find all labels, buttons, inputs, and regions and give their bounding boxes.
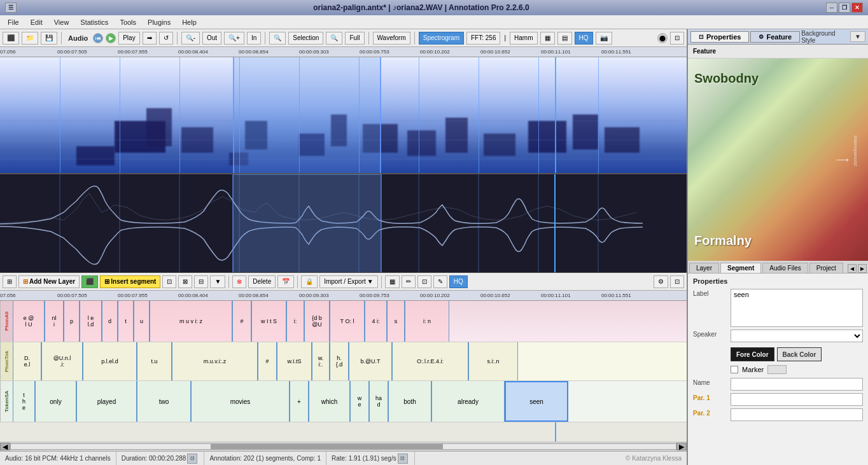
scroll-thumb[interactable] (211, 444, 444, 449)
btn-fit[interactable]: ⊡ (670, 32, 684, 45)
seg-pa-0[interactable]: e @l U (13, 301, 45, 342)
seg-pt-4[interactable]: m.u.v.i:.z (172, 342, 258, 380)
anno-icon[interactable]: ⊞ (3, 275, 17, 288)
seg-ts-5[interactable]: + (290, 381, 309, 422)
seg-pt-9[interactable]: b.@U.T (349, 342, 392, 380)
bg-style-dropdown[interactable]: ▼ (850, 31, 865, 42)
tab-feature[interactable]: ⚙ Feature (750, 31, 800, 43)
btn-refresh[interactable]: ↺ (159, 32, 173, 45)
seg-pa-7[interactable]: m u v i: z (150, 301, 232, 342)
seg-pa-14[interactable]: s (387, 301, 405, 342)
toolbar-save[interactable]: 💾 (41, 32, 57, 45)
anno-delete-icon[interactable]: ⊗ (232, 275, 246, 288)
seg-pt-5[interactable]: # (258, 342, 277, 380)
scroll-right-btn[interactable]: ▶ (676, 443, 687, 450)
seg-ts-11-seen[interactable]: seen (505, 381, 568, 422)
btn-zoom-out[interactable]: 🔍- (181, 32, 200, 45)
btn-bar2[interactable]: ▤ (557, 32, 572, 45)
btn-play[interactable]: ▶ (106, 33, 116, 43)
btn-selection[interactable]: Selection (288, 32, 323, 45)
duration-icon[interactable]: ⊡ (187, 454, 197, 464)
anno-green-btn[interactable]: ⬛ (81, 275, 98, 288)
tab-segment[interactable]: Segment (720, 263, 761, 273)
menu-file[interactable]: File (3, 17, 24, 27)
scroll-track[interactable] (10, 443, 676, 450)
back-color-btn[interactable]: Back Color (777, 347, 822, 361)
btn-full[interactable]: Full (345, 32, 364, 45)
marker-box[interactable] (767, 365, 787, 374)
menu-help[interactable]: Help (177, 17, 202, 27)
close-btn[interactable]: ✕ (851, 3, 863, 13)
seg-ts-7[interactable]: we (350, 381, 369, 422)
waveform-area[interactable] (0, 174, 687, 273)
seg-pa-2[interactable]: p (64, 301, 80, 342)
seg-ts-10[interactable]: already (431, 381, 505, 422)
seg-pt-3[interactable]: t.u (137, 342, 172, 380)
btn-zoom-select[interactable]: 🔍 (269, 32, 286, 45)
seg-pa-6[interactable]: u (134, 301, 150, 342)
anno-import[interactable]: Import / Export ▼ (319, 275, 377, 288)
menu-tools[interactable]: Tools (115, 17, 141, 27)
btn-waveform[interactable]: Waveform (373, 32, 410, 45)
toolbar-open[interactable]: 📁 (22, 32, 38, 45)
tab-audio-files[interactable]: Audio Files (762, 263, 808, 273)
btn-in[interactable]: In (247, 32, 261, 45)
menu-plugins[interactable]: Plugins (143, 17, 176, 27)
seg-pa-4[interactable]: d (102, 301, 118, 342)
seg-pa-11[interactable]: {d b@U (304, 301, 330, 342)
spectrogram-canvas[interactable] (0, 57, 687, 174)
restore-btn[interactable]: ❐ (839, 3, 850, 13)
speaker-select[interactable] (731, 330, 863, 342)
name-input[interactable] (731, 378, 863, 391)
seg-pa-3[interactable]: l el.d (80, 301, 102, 342)
anno-btn1[interactable]: ⊡ (162, 275, 176, 288)
seg-pt-0[interactable]: D.e.l (13, 342, 41, 380)
seg-ts-8[interactable]: had (369, 381, 388, 422)
anno-hq[interactable]: HQ (449, 275, 468, 288)
anno-lock[interactable]: 🔒 (301, 275, 318, 288)
anno-fit[interactable]: ⊡ (670, 275, 684, 288)
btn-arrow[interactable]: ➡ (143, 32, 157, 45)
anno-screen[interactable]: ⊡ (417, 275, 431, 288)
tab-project[interactable]: Project (809, 263, 843, 273)
seg-pa-5[interactable]: t (118, 301, 134, 342)
btn-spectrogram[interactable]: Spectrogram (419, 32, 464, 45)
anno-edit2[interactable]: ✎ (433, 275, 447, 288)
btn-bar1[interactable]: ▦ (540, 32, 555, 45)
seg-ts-9[interactable]: both (388, 381, 431, 422)
seg-pa-1[interactable]: nli (45, 301, 64, 342)
feature-chart[interactable]: Swobodny ⟶ Intensywność Formalny (688, 59, 868, 261)
btn-window[interactable]: Hamm (510, 32, 537, 45)
seg-pa-10[interactable]: i: (286, 301, 304, 342)
tab-next-btn[interactable]: ▶ (858, 264, 867, 273)
scroll-left-btn[interactable]: ◀ (0, 443, 10, 450)
btn-play-label[interactable]: Play (118, 32, 139, 45)
seg-ts-2[interactable]: played (76, 381, 137, 422)
seg-pt-7[interactable]: w.i:. (312, 342, 330, 380)
btn-camera[interactable]: 📷 (596, 32, 612, 45)
anno-calendar[interactable]: 📅 (277, 275, 294, 288)
seg-pt-1[interactable]: @U.n.l.i: (41, 342, 83, 380)
seg-ts-4[interactable]: movies (191, 381, 290, 422)
btn-zoom-in[interactable]: 🔍+ (224, 32, 244, 45)
anno-pencil[interactable]: ✏ (402, 275, 416, 288)
seg-pa-15[interactable]: i: n (405, 301, 449, 342)
anno-btn2[interactable]: ⊠ (178, 275, 192, 288)
tab-layer[interactable]: Layer (689, 263, 719, 273)
seg-pt-2[interactable]: p.l.el.d (83, 342, 137, 380)
par2-input[interactable] (731, 408, 863, 421)
fore-color-btn[interactable]: Fore Color (731, 347, 774, 361)
menu-view[interactable]: View (49, 17, 74, 27)
anno-btn3[interactable]: ⊟ (194, 275, 208, 288)
anno-add-layer[interactable]: ⊞ Add New Layer (18, 275, 80, 288)
menu-statistics[interactable]: Statistics (75, 17, 113, 27)
seg-pa-8[interactable]: # (232, 301, 251, 342)
tab-properties[interactable]: ⊡ Properties (690, 31, 749, 43)
btn-zoom-full[interactable]: 🔍 (326, 32, 342, 45)
marker-checkbox[interactable] (731, 366, 738, 373)
anno-table[interactable]: ▦ (385, 275, 400, 288)
tab-prev-btn[interactable]: ◀ (848, 264, 857, 273)
seg-pa-13[interactable]: 4 i: (365, 301, 387, 342)
btn-fft[interactable]: FFT: 256 (466, 32, 500, 45)
seg-ts-3[interactable]: two (137, 381, 191, 422)
